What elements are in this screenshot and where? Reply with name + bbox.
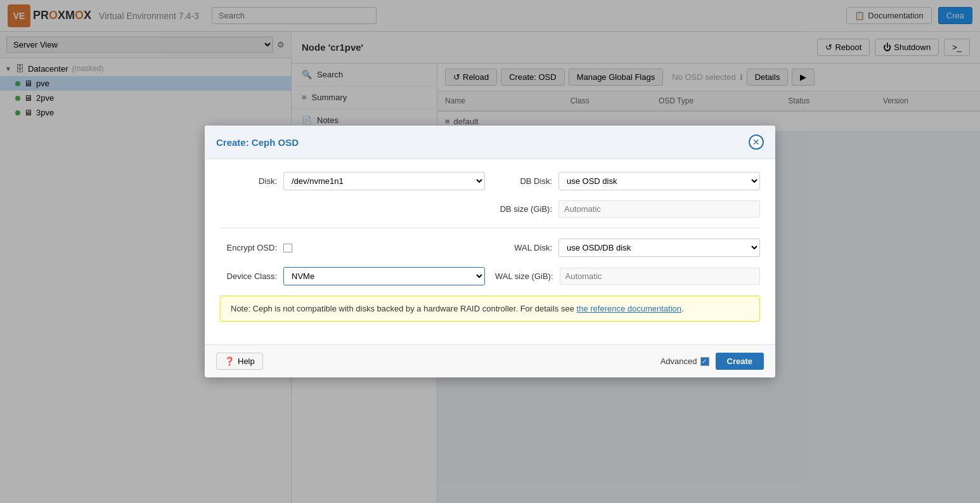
wal-size-label: WAL size (GiB): [495,271,553,281]
db-size-input[interactable] [558,200,760,218]
note-link[interactable]: the reference documentation [577,304,682,313]
wal-disk-label: WAL Disk: [495,243,552,252]
note-text: Note: Ceph is not compatible with disks … [231,304,577,313]
create-ceph-osd-modal: Create: Ceph OSD ✕ Disk: /dev/nvme1n1 DB… [205,126,775,377]
form-group-wal-disk: WAL Disk: use OSD/DB disk [495,238,760,257]
note-box: Note: Ceph is not compatible with disks … [220,296,760,322]
note-suffix: . [681,304,684,313]
form-row-disk: Disk: /dev/nvme1n1 DB Disk: use OSD disk [220,172,760,190]
form-group-encrypt: Encrypt OSD: [220,243,485,252]
divider [220,228,760,228]
form-group-db-disk: DB Disk: use OSD disk [495,172,760,190]
advanced-checkbox[interactable] [700,357,709,366]
db-size-label: DB size (GiB): [495,204,552,214]
create-submit-button[interactable]: Create [716,353,764,370]
encrypt-checkbox[interactable] [283,244,292,252]
wal-disk-select[interactable]: use OSD/DB disk [558,238,760,257]
help-icon: ❓ [224,356,235,366]
db-disk-select[interactable]: use OSD disk [558,172,760,190]
form-group-db-size: DB size (GiB): [495,200,760,218]
modal-body: Disk: /dev/nvme1n1 DB Disk: use OSD disk [205,159,775,344]
advanced-label: Advanced [661,356,697,366]
help-button[interactable]: ❓ Help [216,353,263,370]
form-row-device-class: Device Class: NVMe WAL size (GiB): [220,267,760,285]
wal-size-input[interactable] [560,268,761,285]
device-class-select[interactable]: NVMe [283,267,485,285]
form-row-db-size: DB size (GiB): [220,200,760,218]
advanced-option: Advanced [661,356,709,366]
modal-overlay: Create: Ceph OSD ✕ Disk: /dev/nvme1n1 DB… [0,0,980,503]
form-group-disk: Disk: /dev/nvme1n1 [220,172,485,190]
encrypt-label: Encrypt OSD: [220,243,277,252]
disk-select[interactable]: /dev/nvme1n1 [283,172,485,190]
modal-footer: ❓ Help Advanced Create [205,344,775,377]
form-group-wal-size: WAL size (GiB): [495,268,760,285]
modal-title: Create: Ceph OSD [216,137,299,148]
db-disk-label: DB Disk: [495,176,552,186]
form-row-encrypt: Encrypt OSD: WAL Disk: use OSD/DB disk [220,238,760,257]
disk-label: Disk: [220,176,277,186]
form-group-device-class: Device Class: NVMe [220,267,485,285]
modal-close-button[interactable]: ✕ [749,134,764,150]
modal-header: Create: Ceph OSD ✕ [205,126,775,159]
device-class-label: Device Class: [220,271,277,281]
